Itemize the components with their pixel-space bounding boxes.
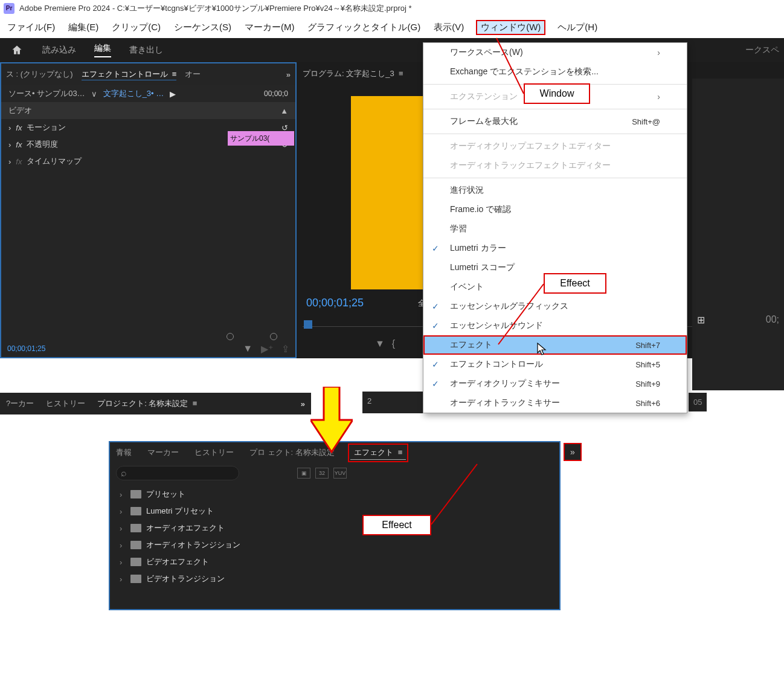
in-point-icon[interactable]: { — [392, 338, 395, 349]
program-label[interactable]: プログラム: 文字起こし_3 — [303, 69, 394, 78]
twirl-icon[interactable]: › — [8, 157, 11, 166]
twirl-icon[interactable]: › — [120, 507, 126, 516]
menu-exchange[interactable]: Exchange でエクステンションを検索... — [423, 62, 687, 82]
opacity-property[interactable]: 不透明度 — [27, 139, 58, 150]
scroll-handle[interactable] — [227, 333, 234, 340]
folder-icon — [130, 490, 141, 498]
accelerated-filter-icon[interactable]: ▣ — [297, 468, 310, 479]
check-icon: ✓ — [432, 302, 439, 311]
chevron-down-icon[interactable]: ∨ — [91, 89, 97, 98]
folder-icon — [130, 541, 141, 549]
menu-effect-controls[interactable]: ✓エフェクトコントロールShift+5 — [423, 355, 687, 374]
audio-tab-truncated[interactable]: オー — [185, 69, 201, 80]
video-section-label[interactable]: ビデオ — [8, 105, 32, 116]
menu-marker[interactable]: マーカー(M) — [245, 22, 295, 33]
titlebar: Pr Adobe Premiere Pro 2024 - C:¥ユーザー¥tcg… — [0, 0, 784, 16]
folder-audio-effects[interactable]: ›オーディオエフェクト — [114, 520, 556, 537]
search-icon: ⌕ — [121, 468, 127, 479]
menu-maximize-frame[interactable]: フレームを最大化Shift+@ — [423, 112, 687, 131]
overflow-icon[interactable]: » — [286, 70, 291, 79]
folder-video-transitions[interactable]: ›ビデオトランジション — [114, 570, 556, 587]
menu-audio-track-mixer[interactable]: オーディオトラックミキサーShift+6 — [423, 393, 687, 413]
menu-learn[interactable]: 学習 — [423, 219, 687, 239]
tool-icon[interactable]: ⊞ — [697, 314, 705, 326]
menu-workspace[interactable]: ワークスペース(W)› — [423, 43, 687, 62]
menu-lumetri-color[interactable]: ✓Lumetri カラー — [423, 239, 687, 258]
twirl-icon[interactable]: › — [120, 541, 126, 550]
effects-panel: 青報 マーカー ヒストリー プロ ェクト: 名称未設定 エフェクト≡ ⌕ ▣ 3… — [109, 441, 561, 610]
timeline-clip[interactable]: サンプル03( — [228, 131, 294, 146]
scroll-handle[interactable] — [270, 333, 277, 340]
effects-search-input[interactable] — [116, 466, 239, 480]
timeline-number[interactable]: 2 — [367, 396, 371, 405]
twirl-icon[interactable]: › — [8, 123, 11, 132]
callout-effect-2: Effeect — [362, 515, 431, 535]
timeremap-property[interactable]: タイムリマップ — [27, 156, 82, 167]
filter-icon[interactable]: ▼ — [243, 343, 252, 354]
timeline-right-truncated: 05 — [693, 398, 702, 407]
menu-window[interactable]: ウィンドウ(W) — [477, 21, 544, 34]
tab-import[interactable]: 読み込み — [42, 45, 76, 56]
cursor-icon — [536, 342, 548, 358]
effect-controls-panel: ス : (クリップなし) エフェクトコントロール ≡ オー » ソース• サンプ… — [0, 62, 297, 358]
menu-essential-graphics[interactable]: ✓エッセンシャルグラフィックス — [423, 297, 687, 316]
tab-marker-truncated[interactable]: ?ーカー — [6, 398, 34, 409]
tab-history[interactable]: ヒストリー — [194, 447, 234, 458]
menu-audio-clip-mixer[interactable]: ✓オーディオクリップミキサーShift+9 — [423, 374, 687, 393]
motion-property[interactable]: モーション — [27, 122, 66, 133]
tab-history[interactable]: ヒストリー — [46, 398, 85, 409]
folder-video-effects[interactable]: ›ビデオエフェクト — [114, 553, 556, 570]
tab-edit[interactable]: 編集 — [94, 43, 111, 57]
folder-presets[interactable]: ›プリセット — [114, 486, 556, 503]
program-timecode[interactable]: 00;00;01;25 — [306, 297, 364, 309]
premiere-icon: Pr — [4, 3, 14, 14]
submenu-arrow-icon: › — [657, 48, 660, 57]
menu-frameio[interactable]: Frame.io で確認 — [423, 200, 687, 219]
twirl-icon[interactable]: › — [120, 575, 126, 584]
source-noclip-tab[interactable]: ス : (クリップなし) — [6, 69, 73, 80]
32bit-filter-icon[interactable]: 32 — [315, 468, 329, 479]
menu-audio-clip-fx-editor: オーディオクリップエフェクトエディター — [423, 137, 687, 156]
twirl-icon[interactable]: › — [120, 490, 126, 499]
folder-audio-transitions[interactable]: ›オーディオトランジション — [114, 537, 556, 553]
marker-button-icon[interactable]: ▼ — [375, 338, 385, 349]
panel-overflow-button[interactable]: » — [564, 443, 582, 461]
menu-essential-sound[interactable]: ✓エッセンシャルサウンド — [423, 316, 687, 335]
menu-sequence[interactable]: シーケンス(S) — [174, 22, 231, 33]
yuv-filter-icon[interactable]: YUV — [333, 468, 347, 479]
tab-effects[interactable]: エフェクト≡ — [350, 446, 406, 460]
playhead-icon[interactable] — [304, 320, 312, 329]
timecode-footer[interactable]: 00;00;01;25 — [1, 342, 51, 355]
tab-marker[interactable]: マーカー — [147, 447, 179, 458]
folder-lumetri-presets[interactable]: ›Lumetri プリセット — [114, 503, 556, 520]
menu-clip[interactable]: クリップ(C) — [112, 22, 161, 33]
menu-edit[interactable]: 編集(E) — [68, 22, 98, 33]
twirl-icon[interactable]: › — [120, 524, 126, 533]
twirl-icon[interactable]: › — [8, 140, 11, 149]
home-icon[interactable] — [10, 43, 24, 57]
effect-controls-tab[interactable]: エフェクトコントロール ≡ — [82, 69, 177, 80]
tab-info[interactable]: 青報 — [116, 447, 132, 458]
menu-help[interactable]: ヘルプ(H) — [557, 22, 597, 33]
play-only-icon[interactable]: ▶⁺ — [261, 343, 273, 355]
menu-progress[interactable]: 進行状況 — [423, 181, 687, 200]
annotation-arrow-icon — [310, 387, 353, 453]
sequence-name[interactable]: 文字起こし_3• … — [103, 88, 164, 99]
twirl-icon[interactable]: › — [120, 558, 126, 567]
menu-effects[interactable]: エフェクトShift+7 — [423, 335, 687, 355]
source-name[interactable]: ソース• サンプル03… — [8, 88, 85, 99]
check-icon: ✓ — [432, 360, 439, 369]
play-icon[interactable]: ▶ — [170, 89, 176, 98]
check-icon: ✓ — [432, 379, 439, 389]
tab-export[interactable]: 書き出し — [129, 45, 163, 56]
export-icon[interactable]: ⇪ — [281, 343, 289, 355]
check-icon: ✓ — [432, 244, 439, 253]
collapse-up-icon[interactable]: ▲ — [280, 106, 288, 115]
menu-view[interactable]: 表示(V) — [434, 22, 464, 33]
tab-project[interactable]: プロジェクト: 名称未設定 ≡ — [97, 398, 197, 409]
menu-graphics[interactable]: グラフィックとタイトル(G) — [307, 22, 420, 33]
overflow-icon[interactable]: » — [301, 399, 305, 408]
menu-file[interactable]: ファイル(F) — [7, 22, 55, 33]
callout-effect-1: Effeect — [544, 273, 606, 294]
folder-icon — [130, 558, 141, 566]
